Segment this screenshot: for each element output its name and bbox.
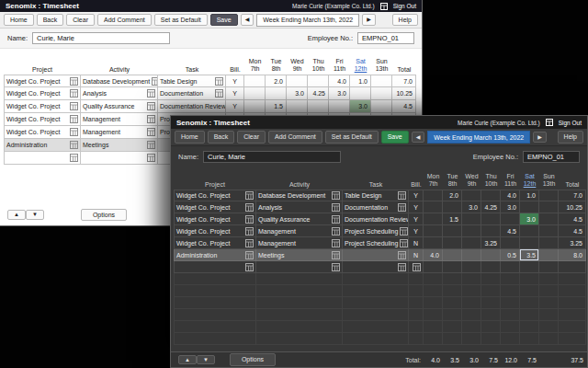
day-cell[interactable] [308,75,329,87]
col-header-day-sat[interactable]: Sat12th [520,173,539,190]
day-cell[interactable]: 0.5 [501,249,520,261]
day-cell[interactable]: 3.0 [520,213,539,225]
lookup-grid-icon[interactable] [398,263,406,271]
day-cell[interactable] [539,201,559,213]
col-header-day-sat[interactable]: Sat12th [350,58,371,75]
project-cell[interactable]: Administration [4,139,81,152]
activity-cell[interactable]: Meetings [256,249,343,261]
previous-week-button[interactable]: ◀ [412,132,425,144]
day-cell[interactable] [462,213,481,225]
day-cell[interactable] [424,201,443,213]
lookup-grid-icon[interactable] [245,263,254,271]
bill-cell[interactable]: Y [409,213,424,225]
day-cell[interactable] [481,261,501,273]
activity-cell[interactable]: Management [81,126,158,139]
week-ending-field[interactable]: Week Ending March 13th, 2022 [427,131,530,144]
task-cell[interactable]: Project Scheduling [343,225,409,237]
day-cell[interactable]: 4.25 [481,201,501,213]
lookup-grid-icon[interactable] [245,191,254,200]
back-button[interactable]: Back [208,131,235,144]
day-cell[interactable]: 3.25 [481,237,501,249]
activity-cell[interactable]: Quality Assurance [81,100,158,113]
bill-cell[interactable]: Y [409,190,424,201]
day-cell[interactable] [520,261,539,273]
day-cell[interactable] [371,100,392,113]
task-cell[interactable]: Documentation [158,87,226,100]
lookup-grid-icon[interactable] [332,239,340,247]
task-cell[interactable] [343,261,409,273]
day-cell[interactable] [443,237,462,249]
project-cell[interactable]: Widget Co. Project [4,87,81,100]
lookup-grid-icon[interactable] [332,203,340,212]
lookup-grid-icon[interactable] [332,263,340,271]
activity-cell[interactable]: Management [256,237,343,249]
set-as-default-button[interactable]: Set as Default [154,14,208,27]
activity-cell[interactable]: Database Development [256,190,343,201]
add-comment-button[interactable]: Add Comment [268,131,322,144]
project-cell[interactable]: Administration [174,249,256,261]
activity-cell[interactable]: Analysis [256,201,343,213]
back-button[interactable]: Back [37,14,64,27]
project-cell[interactable]: Widget Co. Project [4,75,81,87]
project-cell[interactable]: Widget Co. Project [174,213,256,225]
day-cell[interactable] [244,87,266,100]
move-row-down-button[interactable]: ▼ [197,355,215,365]
lookup-grid-icon[interactable] [147,128,155,136]
day-cell[interactable]: 1.0 [350,75,371,87]
clear-button[interactable]: Clear [237,131,266,144]
activity-cell[interactable]: Analysis [81,87,158,100]
project-cell[interactable]: Widget Co. Project [174,225,256,237]
day-cell[interactable] [443,249,462,261]
lookup-grid-icon[interactable] [245,203,254,212]
name-input[interactable]: Curie, Marie [203,151,341,163]
home-button[interactable]: Home [175,131,205,144]
home-button[interactable]: Home [4,14,34,27]
lookup-grid-icon[interactable] [245,239,254,247]
lookup-grid-icon[interactable] [70,102,78,110]
bill-cell[interactable]: Y [226,87,244,100]
lookup-grid-icon[interactable] [70,141,78,149]
day-cell[interactable] [481,213,501,225]
project-cell[interactable]: Widget Co. Project [174,190,256,201]
move-row-up-button[interactable]: ▲ [7,210,26,220]
project-cell[interactable]: Widget Co. Project [4,100,81,113]
activity-cell[interactable] [256,261,343,273]
day-cell[interactable] [424,225,443,237]
lookup-grid-icon[interactable] [147,115,155,123]
bill-cell[interactable]: Y [226,100,244,113]
lookup-grid-icon[interactable] [147,141,155,149]
lookup-grid-icon[interactable] [400,227,408,236]
lookup-grid-icon[interactable] [398,251,406,259]
day-cell[interactable] [520,225,539,237]
day-cell[interactable] [443,261,462,273]
day-cell[interactable]: 4.0 [329,75,350,87]
day-cell[interactable] [520,237,539,249]
project-cell[interactable]: Widget Co. Project [174,201,256,213]
day-cell[interactable] [481,190,501,201]
task-cell[interactable]: Project Scheduling [343,237,409,249]
lookup-grid-icon[interactable] [398,203,406,212]
day-cell[interactable]: 4.25 [308,87,329,100]
app-grid-icon[interactable] [380,3,388,10]
day-cell[interactable] [443,225,462,237]
day-cell[interactable] [539,213,559,225]
day-cell[interactable] [539,249,559,261]
day-cell[interactable]: 3.0 [501,201,520,213]
activity-cell[interactable]: Management [256,225,343,237]
previous-week-button[interactable]: ◀ [241,14,254,26]
options-button[interactable]: Options [230,353,276,366]
save-button[interactable]: Save [210,14,238,27]
project-cell[interactable] [174,261,256,273]
activity-cell[interactable]: Quality Assurance [256,213,343,225]
day-cell[interactable]: 4.0 [501,190,520,201]
day-cell[interactable] [481,225,501,237]
day-cell[interactable] [462,249,481,261]
bill-cell[interactable]: N [409,237,424,249]
lookup-grid-icon[interactable] [398,191,406,200]
lookup-grid-icon[interactable] [400,239,408,247]
day-cell[interactable]: 2.0 [443,190,462,201]
lookup-grid-icon[interactable] [147,154,155,162]
day-cell[interactable] [329,100,350,113]
day-cell[interactable] [350,87,371,100]
next-week-button[interactable]: ▶ [362,14,376,26]
